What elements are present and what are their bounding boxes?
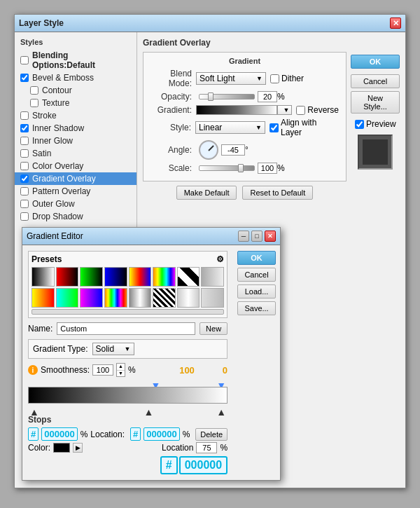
gradient-type-dropdown[interactable]: Solid ▼ xyxy=(92,343,134,355)
gradient-preview[interactable] xyxy=(196,105,277,115)
color-overlay-label: Color Overlay xyxy=(32,161,83,171)
style-dropdown[interactable]: Linear ▼ xyxy=(195,121,265,134)
sidebar-item-texture[interactable]: Texture xyxy=(15,97,136,109)
preset-swatch-12[interactable] xyxy=(104,288,127,308)
inner-shadow-label: Inner Shadow xyxy=(32,123,84,133)
ge-save-button[interactable]: Save... xyxy=(237,301,276,315)
preview-checkbox[interactable] xyxy=(355,120,364,129)
smoothness-input[interactable] xyxy=(92,364,113,376)
sidebar-item-blending[interactable]: Blending Options:Default xyxy=(15,49,136,71)
sidebar-item-contour[interactable]: Contour xyxy=(15,84,136,97)
location-input[interactable] xyxy=(196,442,217,453)
color-overlay-checkbox[interactable] xyxy=(20,162,29,170)
angle-dial[interactable] xyxy=(199,140,218,160)
opacity-input[interactable] xyxy=(258,91,277,102)
sidebar-item-inner-shadow[interactable]: Inner Shadow xyxy=(15,122,136,135)
reverse-option[interactable]: Reverse xyxy=(296,105,339,115)
gradient-dropdown-btn[interactable]: ▼ xyxy=(277,105,292,115)
sidebar-item-outer-glow[interactable]: Outer Glow xyxy=(15,198,136,210)
contour-checkbox[interactable] xyxy=(30,86,38,95)
preset-swatch-9[interactable] xyxy=(31,288,55,308)
reset-default-button[interactable]: Reset to Default xyxy=(242,186,313,200)
ok-button[interactable]: OK xyxy=(351,55,400,69)
ge-right-buttons: OK Cancel Load... Save... xyxy=(233,245,280,480)
new-style-button[interactable]: New Style... xyxy=(351,91,400,114)
sidebar-item-color-overlay[interactable]: Color Overlay xyxy=(15,160,136,172)
stroke-checkbox[interactable] xyxy=(20,111,29,120)
sidebar-item-pattern-overlay[interactable]: Pattern Overlay xyxy=(15,185,136,198)
align-layer-option[interactable]: Align with Layer xyxy=(270,118,339,137)
close-icon[interactable]: ✕ xyxy=(390,18,401,29)
preset-swatch-8[interactable] xyxy=(201,267,224,287)
preset-swatch-5[interactable] xyxy=(129,267,152,287)
gear-icon[interactable]: ⚙ xyxy=(216,254,224,264)
preset-swatch-7[interactable] xyxy=(177,267,200,287)
gradient-label: Gradient: xyxy=(150,105,196,115)
gradient-overlay-panel: Gradient Overlay Gradient Blend Mode: So… xyxy=(137,32,405,227)
delete-button[interactable]: Delete xyxy=(195,428,227,441)
pattern-overlay-checkbox[interactable] xyxy=(20,187,29,195)
sidebar-item-gradient-overlay[interactable]: Gradient Overlay xyxy=(15,172,136,185)
blend-mode-row: Blend Mode: Soft Light ▼ Dither xyxy=(150,69,339,88)
align-layer-checkbox[interactable] xyxy=(270,123,279,132)
color-arrow-icon[interactable]: ▶ xyxy=(73,443,83,453)
blending-checkbox[interactable] xyxy=(20,56,29,64)
color-stop-left-icon[interactable]: ▲ xyxy=(29,406,39,415)
inner-shadow-checkbox[interactable] xyxy=(20,124,29,132)
stepper-up-icon[interactable]: ▲ xyxy=(117,364,125,370)
preset-swatch-16[interactable] xyxy=(201,288,224,308)
sidebar-item-stroke[interactable]: Stroke xyxy=(15,109,136,122)
preset-swatch-2[interactable] xyxy=(56,267,79,287)
scale-slider[interactable] xyxy=(199,165,255,171)
bevel-checkbox[interactable] xyxy=(20,74,29,82)
reverse-checkbox[interactable] xyxy=(296,106,305,115)
opacity-stop-right-icon[interactable]: ▼ xyxy=(216,380,226,387)
preset-swatch-3[interactable] xyxy=(80,267,103,287)
preset-swatch-6[interactable] xyxy=(153,267,176,287)
ge-ok-button[interactable]: OK xyxy=(237,251,276,265)
dither-option[interactable]: Dither xyxy=(270,74,304,83)
gradient-overlay-checkbox[interactable] xyxy=(20,174,29,183)
color-stop-mid-icon[interactable]: ▲ xyxy=(144,406,154,415)
sidebar-item-drop-shadow[interactable]: Drop Shadow xyxy=(15,210,136,223)
preset-swatch-14[interactable] xyxy=(153,288,176,308)
sidebar-item-inner-glow[interactable]: Inner Glow xyxy=(15,135,136,147)
color-label: Color: xyxy=(28,443,50,453)
scale-input[interactable] xyxy=(258,163,277,174)
dither-checkbox[interactable] xyxy=(270,74,279,83)
texture-checkbox[interactable] xyxy=(30,99,38,107)
preset-swatch-11[interactable] xyxy=(80,288,103,308)
ge-load-button[interactable]: Load... xyxy=(237,284,276,298)
sidebar-item-bevel[interactable]: Bevel & Emboss xyxy=(15,71,136,84)
ge-minimize-icon[interactable]: ─ xyxy=(238,231,249,242)
inner-glow-checkbox[interactable] xyxy=(20,137,29,145)
name-input[interactable] xyxy=(57,322,195,335)
sidebar-item-satin[interactable]: Satin xyxy=(15,147,136,160)
cancel-button[interactable]: Cancel xyxy=(351,74,400,88)
preset-swatch-4[interactable] xyxy=(104,267,127,287)
preset-swatch-13[interactable] xyxy=(129,288,152,308)
blend-mode-dropdown[interactable]: Soft Light ▼ xyxy=(196,72,266,85)
satin-checkbox[interactable] xyxy=(20,149,29,158)
gradient-bar-container[interactable]: ▼ xyxy=(196,105,292,115)
outer-glow-checkbox[interactable] xyxy=(20,200,29,208)
preview-option[interactable]: Preview xyxy=(355,119,400,129)
stepper-down-icon[interactable]: ▼ xyxy=(117,371,125,376)
angle-input[interactable] xyxy=(221,144,245,156)
smoothness-stepper[interactable]: ▲ ▼ xyxy=(116,363,125,377)
color-stop-right-icon[interactable]: ▲ xyxy=(216,406,226,415)
opacity-slider[interactable] xyxy=(199,94,255,99)
preset-swatch-15[interactable] xyxy=(177,288,200,308)
gradient-band[interactable] xyxy=(28,387,227,404)
ge-maximize-icon[interactable]: □ xyxy=(251,231,262,242)
preset-swatch-1[interactable] xyxy=(31,267,55,287)
opacity-stop-left-icon[interactable]: ▼ xyxy=(150,380,160,387)
ge-close-icon[interactable]: ✕ xyxy=(265,231,276,242)
preset-swatch-10[interactable] xyxy=(56,288,79,308)
make-default-button[interactable]: Make Default xyxy=(176,186,237,200)
presets-scrollbar[interactable] xyxy=(31,309,224,315)
drop-shadow-checkbox[interactable] xyxy=(20,212,29,221)
color-swatch[interactable] xyxy=(53,443,70,453)
ge-cancel-button[interactable]: Cancel xyxy=(237,268,276,282)
new-button[interactable]: New xyxy=(200,322,227,335)
